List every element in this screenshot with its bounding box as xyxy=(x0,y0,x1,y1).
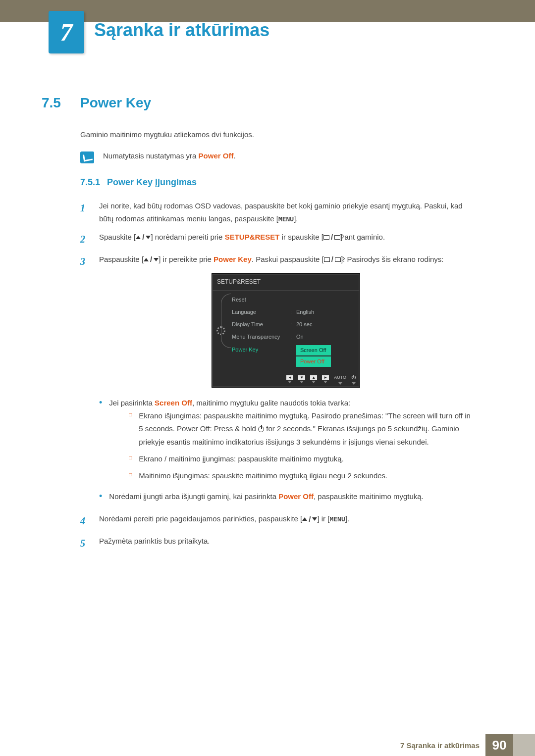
v: On xyxy=(296,332,304,342)
section-intro: Gaminio maitinimo mygtuku atliekamos dvi… xyxy=(80,129,473,141)
nav-auto: AUTO xyxy=(334,374,346,385)
steps-list: 1 Jei norite, kad būtų rodomas OSD vadov… xyxy=(80,200,473,552)
bullet-body: Jei pasirinkta Screen Off, maitinimo myg… xyxy=(109,397,473,487)
t: ir spauskite [ xyxy=(280,233,323,241)
l: Reset xyxy=(232,295,290,304)
chapter-title: Sąranka ir atkūrimas xyxy=(94,20,269,41)
t: . Paskui paspauskite [ xyxy=(252,255,324,263)
square-icon: □ xyxy=(129,453,132,465)
chapter-number-badge: 7 xyxy=(49,11,84,53)
power-off-label: Power Off xyxy=(278,492,314,501)
step-number: 3 xyxy=(80,253,89,507)
section-number: 7.5 xyxy=(42,95,80,111)
sub-bullet: □ Maitinimo išjungimas: spauskite maitin… xyxy=(129,469,473,482)
osd-row-menu-transparency: Menu Transparency:On xyxy=(232,331,356,343)
bullet-icon: • xyxy=(99,397,102,487)
t: Norėdami įjungti arba išjungti gaminį, k… xyxy=(109,492,278,501)
enter-source-icon: / xyxy=(323,231,340,244)
subsection-number: 7.5.1 xyxy=(80,177,100,188)
t: ]. Pasirodys šis ekrano rodinys: xyxy=(341,255,444,263)
section-heading: 7.5Power Key xyxy=(42,95,473,111)
note-text: Numatytasis nustatymas yra Power Off. xyxy=(103,151,236,160)
bullet-icon: • xyxy=(99,490,102,503)
footer-text: 7 Sąranka ir atkūrimas xyxy=(400,741,480,750)
note-icon xyxy=(80,151,94,163)
osd-row-language: Language:English xyxy=(232,306,356,318)
square-icon: □ xyxy=(129,409,132,449)
up-down-icon: / xyxy=(136,231,151,244)
bullet-power-off: • Norėdami įjungti arba išjungti gaminį,… xyxy=(99,490,473,503)
up-down-icon: / xyxy=(302,513,317,526)
t: Ekrano išjungimas: paspauskite maitinimo… xyxy=(139,409,473,449)
osd-row-power-key: Power Key: Screen Off Power Off xyxy=(232,344,356,369)
osd-row-display-time: Display Time:20 sec xyxy=(232,318,356,331)
l: Power Key xyxy=(232,345,290,367)
l: Menu Transparency xyxy=(232,332,290,342)
step-2: 2 Spauskite [/] norėdami pereiti prie SE… xyxy=(80,231,473,248)
osd-menu: SETUP&RESET Reset Language:English Displ… xyxy=(212,273,360,388)
footer-decoration xyxy=(513,734,535,756)
step-1: 1 Jei norite, kad būtų rodomas OSD vadov… xyxy=(80,200,473,226)
bullet-screen-off: • Jei pasirinkta Screen Off, maitinimo m… xyxy=(99,397,473,487)
nav-power-icon: ⏻ xyxy=(351,374,356,385)
sub-bullet-list: □ Ekrano išjungimas: paspauskite maitini… xyxy=(129,409,473,482)
step-number: 1 xyxy=(80,200,89,226)
t: Norėdami pereiti prie pageidaujamos pari… xyxy=(99,514,302,523)
bullet-list: • Jei pasirinkta Screen Off, maitinimo m… xyxy=(99,397,473,504)
note-prefix: Numatytasis nustatymas yra xyxy=(103,151,199,160)
footer-chapter-num: 7 xyxy=(400,741,407,750)
up-down-icon: / xyxy=(144,253,159,266)
t: Maitinimo išjungimas: spauskite maitinim… xyxy=(139,469,387,482)
step-3: 3 Paspauskite [/] ir pereikite prie Powe… xyxy=(80,253,473,507)
t: , paspauskite maitinimo mygtuką. xyxy=(314,492,424,501)
step-4: 4 Norėdami pereiti prie pageidaujamos pa… xyxy=(80,512,473,530)
t: ] ant gaminio. xyxy=(340,233,385,241)
osd-options: Screen Off Power Off xyxy=(296,345,331,367)
osd-title: SETUP&RESET xyxy=(212,274,360,291)
enter-source-icon: / xyxy=(324,253,341,266)
setup-reset-label: SETUP&RESET xyxy=(225,233,280,241)
t: ] norėdami pereiti prie xyxy=(151,233,224,241)
page-number: 90 xyxy=(485,734,513,756)
t: Spauskite [ xyxy=(99,233,136,241)
section-title: Power Key xyxy=(80,95,151,110)
v: English xyxy=(296,307,314,317)
osd-option-power-off: Power Off xyxy=(296,356,331,367)
t: ] ir pereikite prie xyxy=(159,255,214,263)
footer-chapter-title: Sąranka ir atkūrimas xyxy=(406,741,480,750)
v: 20 sec xyxy=(296,320,312,329)
menu-key: MENU xyxy=(278,215,294,223)
square-icon: □ xyxy=(129,469,132,482)
step-body: Paspauskite [/] ir pereikite prie Power … xyxy=(99,253,473,507)
l: Language xyxy=(232,307,290,317)
note-highlight: Power Off xyxy=(199,151,234,160)
step-text-end: ]. xyxy=(294,214,298,223)
step-number: 5 xyxy=(80,535,89,552)
osd-rows: Reset Language:English Display Time:20 s… xyxy=(230,291,360,372)
step-body: Pažymėta parinktis bus pritaikyta. xyxy=(99,535,473,552)
page-footer: 7 Sąranka ir atkūrimas 90 xyxy=(0,734,535,756)
nav-up-icon: ▲ xyxy=(310,375,317,383)
power-key-label: Power Key xyxy=(214,255,252,263)
osd-nav: ◄ ▼ ▲ ► AUTO ⏻ xyxy=(212,371,360,387)
nav-left-icon: ◄ xyxy=(286,375,293,383)
nav-down-icon: ▼ xyxy=(298,375,305,383)
t: Paspauskite [ xyxy=(99,255,144,263)
subsection-heading: 7.5.1Power Key įjungimas xyxy=(80,177,473,188)
osd-sidebar xyxy=(212,291,230,372)
t: Jei pasirinkta xyxy=(109,399,155,407)
sub-bullet: □ Ekrano / maitinimo įjungimas: paspausk… xyxy=(129,453,473,465)
power-icon xyxy=(258,426,264,432)
step-body: Norėdami pereiti prie pageidaujamos pari… xyxy=(99,512,473,530)
screen-off-label: Screen Off xyxy=(155,399,192,407)
note-row: Numatytasis nustatymas yra Power Off. xyxy=(80,151,473,163)
note-suffix: . xyxy=(233,151,235,160)
osd-option-screen-off: Screen Off xyxy=(296,345,331,355)
osd-row-reset: Reset xyxy=(232,294,356,306)
step-body: Spauskite [/] norėdami pereiti prie SETU… xyxy=(99,231,473,248)
t: Ekrano / maitinimo įjungimas: paspauskit… xyxy=(139,453,344,465)
l: Display Time xyxy=(232,320,290,329)
t: ]. xyxy=(345,514,349,523)
t: , maitinimo mygtuku galite naudotis toki… xyxy=(192,399,350,407)
t: ] ir [ xyxy=(317,514,329,523)
